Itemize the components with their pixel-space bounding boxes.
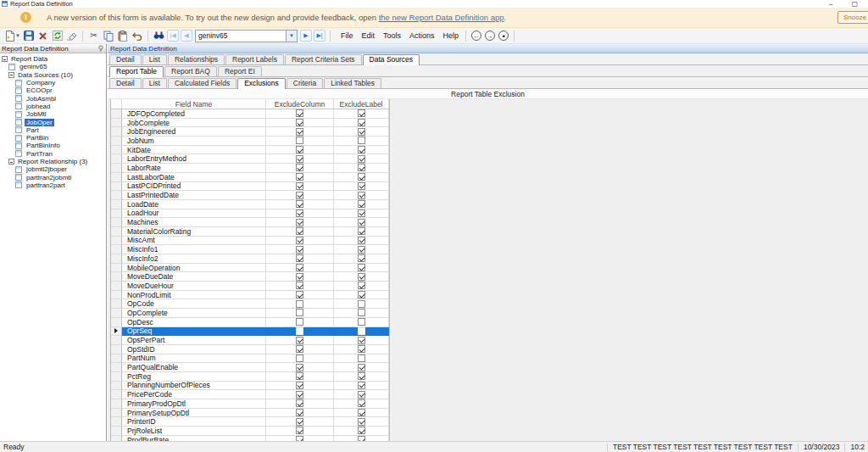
grid-row-prjrolelist[interactable]: PrjRoleList — [111, 427, 389, 436]
exclude-label-checkbox[interactable] — [358, 182, 365, 190]
save-button[interactable] — [21, 29, 36, 42]
exclude-column-checkbox[interactable] — [296, 119, 303, 126]
exclude-label-checkbox[interactable] — [358, 391, 365, 399]
exclude-column-checkbox[interactable] — [296, 200, 303, 208]
exclude-label-checkbox[interactable] — [358, 409, 365, 416]
exclude-column-checkbox[interactable] — [296, 418, 303, 426]
exclude-column-checkbox[interactable] — [296, 318, 303, 326]
subsubtab-detail[interactable]: Detail — [109, 78, 142, 88]
exclude-label-checkbox[interactable] — [358, 237, 365, 244]
tree-node-report-data[interactable]: Report Data — [0, 55, 106, 63]
exclude-column-checkbox[interactable] — [296, 354, 303, 362]
grid-header-field-name[interactable]: Field Name — [122, 99, 266, 109]
tab-detail[interactable]: Detail — [109, 54, 142, 64]
exclude-label-checkbox[interactable] — [358, 337, 365, 344]
exclude-label-checkbox[interactable] — [358, 291, 365, 299]
grid-row-mobileoperation[interactable]: MobileOperation — [111, 264, 389, 273]
subtab-report-baq[interactable]: Report BAQ — [164, 66, 217, 76]
record-combo-value[interactable]: geninv65 — [195, 30, 286, 42]
copy-button[interactable] — [101, 29, 115, 42]
exclude-label-checkbox[interactable] — [358, 227, 365, 235]
exclude-label-checkbox[interactable] — [358, 128, 365, 136]
previous-record-button[interactable]: ◀ — [181, 30, 192, 42]
grid-row-kitdate[interactable]: KitDate — [111, 146, 389, 155]
grid-row-loaddate[interactable]: LoadDate — [111, 200, 389, 209]
grid-row-pctreg[interactable]: PctReg — [111, 372, 389, 382]
grid-row-laborentrymethod[interactable]: LaborEntryMethod — [111, 154, 389, 164]
home-button[interactable]: ■ — [498, 31, 509, 41]
exclude-label-checkbox[interactable] — [358, 264, 365, 271]
exclude-label-checkbox[interactable] — [358, 273, 365, 281]
cut-button[interactable]: ✂ — [86, 29, 101, 42]
exclude-column-checkbox[interactable] — [296, 209, 303, 217]
record-combo[interactable]: geninv65 ▼ — [195, 30, 298, 42]
grid-row-miscamt[interactable]: MiscAmt — [111, 237, 389, 246]
grid-row-pricepercode[interactable]: PricePerCode — [111, 390, 389, 399]
exclude-column-checkbox[interactable] — [296, 173, 303, 181]
exclude-label-checkbox[interactable] — [358, 382, 365, 389]
exclude-label-checkbox[interactable] — [358, 155, 365, 163]
exclude-column-checkbox[interactable] — [296, 246, 303, 254]
grid-row-opcomplete[interactable]: OpComplete — [111, 309, 389, 318]
tab-list[interactable]: List — [142, 54, 167, 64]
tree-node-joboper[interactable]: JobOper — [0, 118, 106, 126]
exclude-label-checkbox[interactable] — [358, 327, 365, 335]
grid-row-lastprinteddate[interactable]: LastPrintedDate — [111, 191, 389, 200]
grid-row-oprseq[interactable]: OprSeq — [111, 327, 389, 337]
tree-node-partbin[interactable]: PartBin — [0, 134, 106, 142]
grid-row-lastlabordate[interactable]: LastLaborDate — [111, 173, 389, 182]
grid-row-laborrate[interactable]: LaborRate — [111, 164, 389, 173]
menu-help[interactable]: Help — [440, 30, 463, 42]
exclude-label-checkbox[interactable] — [358, 254, 365, 262]
exclude-column-checkbox[interactable] — [296, 128, 303, 136]
tree-expander-icon[interactable] — [8, 72, 14, 78]
tree-node-jobhead[interactable]: jobhead — [0, 103, 106, 110]
grid-row-nonprodlimit[interactable]: NonProdLimit — [111, 291, 389, 300]
exclude-column-checkbox[interactable] — [296, 164, 303, 171]
exclude-column-checkbox[interactable] — [296, 409, 303, 416]
exclude-column-checkbox[interactable] — [296, 109, 303, 117]
next-record-button[interactable]: ▶ — [300, 30, 312, 42]
grid-row-opstdid[interactable]: OpStdID — [111, 345, 389, 354]
last-record-button[interactable]: ▶| — [314, 30, 326, 42]
exclude-label-checkbox[interactable] — [358, 209, 365, 217]
grid-row-partqualenable[interactable]: PartQualEnable — [111, 363, 389, 372]
grid-row-jobengineered[interactable]: JobEngineered — [111, 127, 389, 137]
grid-row-opsperpart[interactable]: OpsPerPart — [111, 336, 389, 345]
minimize-button[interactable]: – — [829, 1, 832, 8]
combo-dropdown-icon[interactable]: ▼ — [286, 30, 298, 42]
grid-header-exclude-column[interactable]: ExcludeColumn — [266, 99, 334, 109]
subtab-report-table[interactable]: Report Table — [109, 66, 164, 77]
subsubtab-criteria[interactable]: Criteria — [287, 78, 323, 88]
exclude-column-checkbox[interactable] — [296, 337, 303, 344]
exclude-column-checkbox[interactable] — [296, 155, 303, 163]
exclude-column-checkbox[interactable] — [296, 300, 303, 308]
exclude-label-checkbox[interactable] — [358, 364, 365, 371]
grid-row-materialcolorrating[interactable]: MaterialColorRating — [111, 227, 389, 237]
tree-expander-icon[interactable] — [2, 56, 8, 62]
undo-button[interactable] — [130, 29, 144, 42]
tree-node-jobmtl2jboper[interactable]: jobmtl2jboper — [0, 165, 106, 173]
snooze-button[interactable]: Snooze — [837, 11, 868, 24]
exclude-label-checkbox[interactable] — [358, 192, 365, 199]
exclude-column-checkbox[interactable] — [296, 372, 303, 380]
exclude-column-checkbox[interactable] — [296, 137, 303, 144]
tree-node-company[interactable]: Company — [0, 79, 106, 86]
grid-row-jobnum[interactable]: JobNum — [111, 137, 389, 146]
subtab-report-ei[interactable]: Report EI — [218, 66, 262, 76]
grid-row-loadhour[interactable]: LoadHour — [111, 209, 389, 219]
exclude-column-checkbox[interactable] — [296, 291, 303, 299]
exclude-label-checkbox[interactable] — [358, 109, 365, 117]
grid-row-planningnumberofpieces[interactable]: PlanningNumberOfPieces — [111, 382, 389, 391]
exclude-label-checkbox[interactable] — [358, 300, 365, 308]
refresh-button[interactable] — [50, 29, 64, 42]
tree-expander-icon[interactable] — [8, 159, 14, 165]
tree-node-jobmtl[interactable]: JobMtl — [0, 110, 106, 118]
exclude-column-checkbox[interactable] — [296, 254, 303, 262]
exclude-column-checkbox[interactable] — [296, 282, 303, 289]
exclude-column-checkbox[interactable] — [296, 427, 303, 434]
exclude-label-checkbox[interactable] — [358, 282, 365, 289]
exclude-column-checkbox[interactable] — [296, 146, 303, 153]
exclude-label-checkbox[interactable] — [358, 372, 365, 380]
exclude-column-checkbox[interactable] — [296, 345, 303, 353]
